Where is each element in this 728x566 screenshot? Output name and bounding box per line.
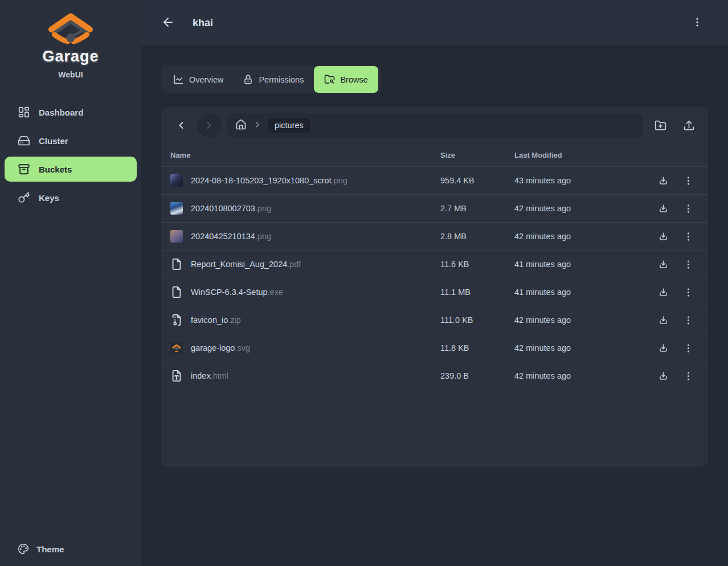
app-root: Garage WebUI Dashboard Cluster Buckets K… <box>0 0 728 566</box>
file-size: 111.0 KB <box>440 315 514 325</box>
file-name-link[interactable]: 20240108002703.png <box>191 204 271 213</box>
image-thumbnail <box>170 174 183 187</box>
row-menu-button[interactable] <box>680 172 697 189</box>
tab-overview[interactable]: Overview <box>164 68 232 91</box>
html-file-icon <box>170 370 183 382</box>
table-row[interactable]: index.html 239.0 B 42 minutes ago <box>161 362 708 389</box>
browser-toolbar: pictures <box>161 107 708 143</box>
download-button[interactable] <box>655 339 672 356</box>
breadcrumb-folder-chip[interactable]: pictures <box>268 118 310 133</box>
file-size: 2.7 MB <box>440 204 514 213</box>
breadcrumb-separator <box>253 120 262 131</box>
table-row[interactable]: 20240425210134.png 2.8 MB 42 minutes ago <box>161 222 708 250</box>
theme-toggle[interactable]: Theme <box>0 533 141 566</box>
row-actions <box>651 311 708 329</box>
tab-browse[interactable]: Browse <box>314 66 378 93</box>
download-button[interactable] <box>655 200 672 217</box>
file-name-link[interactable]: WinSCP-6.3.4-Setup.exe <box>191 288 283 297</box>
row-actions <box>651 200 708 217</box>
sidebar-nav: Dashboard Cluster Buckets Keys <box>0 100 141 533</box>
file-name-cell: 2024-08-18-105203_1920x1080_scrot.png <box>161 174 440 187</box>
file-name-link[interactable]: index.html <box>191 371 228 380</box>
page-title: khai <box>193 17 672 29</box>
upload-button[interactable] <box>677 114 700 137</box>
column-header-name: Name <box>161 151 440 159</box>
history-forward-button[interactable] <box>197 113 222 138</box>
chevron-right-icon <box>253 120 262 129</box>
file-modified: 42 minutes ago <box>514 343 651 352</box>
home-breadcrumb-button[interactable] <box>235 119 247 132</box>
sidebar-item-cluster[interactable]: Cluster <box>5 128 137 153</box>
sidebar: Garage WebUI Dashboard Cluster Buckets K… <box>0 0 141 566</box>
file-size: 239.0 B <box>440 371 514 380</box>
sidebar-item-label: Buckets <box>39 165 72 174</box>
column-header-size: Size <box>440 151 514 159</box>
file-name-cell: favicon_io.zip <box>161 314 440 326</box>
row-actions <box>651 172 708 189</box>
bucket-tabs: Overview Permissions Browse <box>161 65 381 93</box>
row-menu-button[interactable] <box>680 256 697 273</box>
breadcrumb: pictures <box>227 113 643 138</box>
download-icon <box>658 175 669 186</box>
home-icon <box>235 119 247 130</box>
folder-plus-icon <box>655 120 666 132</box>
history-back-button[interactable] <box>171 116 191 135</box>
theme-label: Theme <box>36 544 64 554</box>
download-button[interactable] <box>655 311 672 329</box>
back-button[interactable] <box>161 15 175 30</box>
download-icon <box>658 287 669 298</box>
table-row[interactable]: garage-logo.svg 11.8 KB 42 minutes ago <box>161 334 708 362</box>
download-icon <box>658 343 669 354</box>
sidebar-item-keys[interactable]: Keys <box>5 185 137 210</box>
download-icon <box>658 203 669 214</box>
download-icon <box>658 371 669 382</box>
table-row[interactable]: 20240108002703.png 2.7 MB 42 minutes ago <box>161 194 708 222</box>
kebab-menu-icon <box>683 371 694 382</box>
download-icon <box>658 231 669 242</box>
file-name-cell: 20240425210134.png <box>161 230 440 243</box>
row-menu-button[interactable] <box>680 311 697 329</box>
download-button[interactable] <box>655 284 672 301</box>
download-button[interactable] <box>655 256 672 273</box>
file-modified: 43 minutes ago <box>514 176 651 185</box>
file-name-link[interactable]: Report_Komisi_Aug_2024.pdf <box>191 260 301 269</box>
garage-logo-icon <box>46 10 95 47</box>
row-menu-button[interactable] <box>680 367 697 384</box>
file-table-body: 2024-08-18-105203_1920x1080_scrot.png 95… <box>161 166 708 389</box>
new-folder-button[interactable] <box>649 114 672 137</box>
file-name-link[interactable]: 2024-08-18-105203_1920x1080_scrot.png <box>191 176 347 185</box>
file-name-cell: index.html <box>161 370 440 382</box>
download-button[interactable] <box>655 172 672 189</box>
content: Overview Permissions Browse <box>141 46 728 566</box>
chevron-left-icon <box>175 120 187 131</box>
file-size: 11.1 MB <box>440 288 514 297</box>
sidebar-item-dashboard[interactable]: Dashboard <box>5 100 137 125</box>
tab-permissions[interactable]: Permissions <box>234 68 313 91</box>
bucket-menu-button[interactable] <box>689 15 705 31</box>
download-button[interactable] <box>655 367 672 384</box>
table-row[interactable]: Report_Komisi_Aug_2024.pdf 11.6 KB 41 mi… <box>161 250 708 278</box>
buckets-icon <box>18 163 30 175</box>
file-name-link[interactable]: 20240425210134.png <box>191 232 271 241</box>
kebab-menu-icon <box>683 343 694 354</box>
table-row[interactable]: WinSCP-6.3.4-Setup.exe 11.1 MB 41 minute… <box>161 278 708 306</box>
row-menu-button[interactable] <box>680 284 697 301</box>
chart-line-icon <box>173 74 184 85</box>
row-menu-button[interactable] <box>680 200 697 217</box>
sidebar-item-buckets[interactable]: Buckets <box>5 157 137 182</box>
row-actions <box>651 367 708 384</box>
download-button[interactable] <box>655 228 672 245</box>
app-logo-subtitle: WebUI <box>6 70 136 79</box>
file-name-link[interactable]: favicon_io.zip <box>191 315 241 325</box>
sidebar-item-label: Keys <box>39 193 59 203</box>
file-modified: 42 minutes ago <box>514 315 651 325</box>
arrow-left-icon <box>161 15 175 29</box>
file-table-header: Name Size Last Modified <box>161 143 708 166</box>
file-icon <box>170 286 183 298</box>
table-row[interactable]: favicon_io.zip 111.0 KB 42 minutes ago <box>161 306 708 334</box>
row-menu-button[interactable] <box>680 339 697 356</box>
app-logo: Garage WebUI <box>0 0 141 84</box>
row-menu-button[interactable] <box>680 228 697 245</box>
table-row[interactable]: 2024-08-18-105203_1920x1080_scrot.png 95… <box>161 166 708 194</box>
file-name-link[interactable]: garage-logo.svg <box>191 343 250 352</box>
